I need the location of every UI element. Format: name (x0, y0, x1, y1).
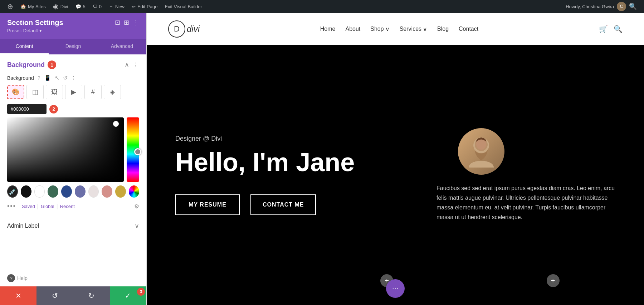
hero-content: Designer @ Divi Hello, I'm Jane MY RESUM… (175, 135, 436, 215)
tab-design[interactable]: Design (49, 39, 97, 54)
color-badge-2: 2 (49, 105, 58, 113)
background-responsive-btn[interactable]: 📱 (44, 74, 51, 81)
nav-services[interactable]: Services ∨ (400, 26, 427, 33)
contact-button[interactable]: CONTACT ME (250, 194, 316, 215)
admin-label-header[interactable]: Admin Label ∨ (7, 222, 139, 230)
background-section-title: Background 1 (7, 60, 56, 69)
more-options-icon[interactable]: ⋮ (133, 19, 139, 26)
my-sites-item[interactable]: 🏠 My Sites (17, 0, 49, 13)
preview-area: D divi Home About Shop ∨ Services ∨ Blog… (147, 13, 644, 305)
new-item[interactable]: ＋ New (105, 0, 128, 13)
edit-page-label: Edit Page (137, 4, 157, 9)
tab-global[interactable]: Global (41, 204, 54, 209)
background-section-header: Background 1 ∧ ⋮ (7, 60, 139, 69)
bg-mask-btn[interactable]: ◈ (104, 85, 121, 99)
bg-pattern-btn[interactable]: # (84, 85, 102, 99)
resume-button[interactable]: MY RESUME (175, 194, 240, 215)
swatch-gold[interactable] (115, 185, 126, 198)
nav-about[interactable]: About (345, 26, 360, 32)
plus-icon: ＋ (109, 3, 113, 10)
background-badge: 1 (48, 60, 56, 69)
comments-count: 5 (83, 4, 86, 9)
background-title-text: Background (7, 61, 45, 69)
color-tab-settings-icon[interactable]: ⚙ (134, 203, 139, 210)
nav-links: Home About Shop ∨ Services ∨ Blog Contac… (320, 26, 478, 33)
background-label-row: Background ? 📱 ↖ ↺ ⋮ (7, 74, 139, 81)
hero-section: Designer @ Divi Hello, I'm Jane MY RESUM… (147, 45, 644, 305)
swatch-light[interactable] (88, 185, 99, 198)
howdy-label: Howdy, Christina Gwira (566, 4, 614, 9)
tab-content[interactable]: Content (0, 39, 49, 54)
background-pointer-btn[interactable]: ↖ (55, 74, 59, 81)
cart-icon[interactable]: 🛒 (599, 25, 608, 33)
logo-circle: D (168, 20, 185, 38)
redo-button[interactable]: ↻ (73, 286, 110, 305)
section-settings-sidebar: Section Settings Preset: Default ▾ ⊡ ⊞ ⋮… (0, 13, 147, 305)
color-hex-input[interactable]: #000000 (7, 104, 47, 114)
swatch-green[interactable] (48, 185, 58, 198)
collapse-section-btn[interactable]: ∧ (124, 60, 130, 69)
bg-image-btn[interactable]: 🖼 (46, 85, 63, 99)
bg-gradient-btn[interactable]: ◫ (26, 85, 44, 99)
minimize-icon[interactable]: ⊡ (115, 19, 120, 26)
swatch-black[interactable] (21, 185, 31, 198)
services-chevron-icon: ∨ (423, 26, 427, 33)
help-icon[interactable]: ? (7, 274, 15, 282)
main-area: Section Settings Preset: Default ▾ ⊡ ⊞ ⋮… (0, 13, 644, 305)
section-more-btn[interactable]: ⋮ (132, 61, 139, 69)
tab-advanced[interactable]: Advanced (98, 39, 146, 54)
swatch-white[interactable] (34, 185, 45, 198)
swatch-rose[interactable] (102, 185, 112, 198)
edit-page-item[interactable]: ✏ Edit Page (128, 0, 161, 13)
swatch-rainbow[interactable] (129, 185, 139, 198)
swatch-blue[interactable] (61, 185, 72, 198)
nav-contact[interactable]: Contact (459, 26, 478, 32)
bg-video-btn[interactable]: ▶ (65, 85, 82, 99)
search-icon[interactable]: 🔍 (614, 25, 623, 33)
eyedropper-swatch[interactable]: 💉 (7, 185, 18, 198)
help-row: ? Help (0, 270, 146, 286)
swatch-lavender[interactable] (75, 185, 86, 198)
background-overflow-btn[interactable]: ⋮ (71, 75, 76, 81)
nav-blog[interactable]: Blog (437, 26, 449, 32)
tab-recent[interactable]: Recent (60, 204, 75, 209)
color-picker-container (7, 117, 139, 185)
house-icon: 🏠 (20, 4, 26, 9)
search-admin-icon[interactable]: 🔍 (629, 3, 637, 10)
color-picker-handle[interactable] (113, 121, 119, 127)
background-type-icons: 🎨 ◫ 🖼 ▶ # ◈ (7, 85, 139, 99)
hero-description: Faucibus sed sed erat ipsum purus egesta… (436, 183, 615, 222)
sidebar-footer: ✕ ↺ ↻ ✓ 3 (0, 286, 146, 305)
user-info: Howdy, Christina Gwira C 🔍 (562, 2, 640, 11)
more-dots[interactable]: ••• (7, 203, 16, 210)
preset-label[interactable]: Preset: Default ▾ (7, 28, 63, 33)
add-row-btn-2[interactable]: + (547, 274, 560, 287)
cancel-button[interactable]: ✕ (0, 286, 36, 305)
nav-shop[interactable]: Shop ∨ (370, 26, 389, 33)
chat-icon: 🗨 (93, 4, 97, 9)
divi-label: Divi (60, 4, 68, 9)
chat-count: 0 (99, 4, 102, 9)
site-navigation: D divi Home About Shop ∨ Services ∨ Blog… (147, 13, 644, 45)
sidebar-header: Section Settings Preset: Default ▾ ⊡ ⊞ ⋮ (0, 13, 146, 39)
exit-builder-item[interactable]: Exit Visual Builder (161, 0, 206, 13)
chat-item[interactable]: 🗨 0 (89, 0, 105, 13)
help-label: Help (17, 275, 28, 281)
user-avatar: C (617, 2, 626, 11)
comments-item[interactable]: 💬 5 (72, 0, 89, 13)
background-reset-btn[interactable]: ↺ (63, 74, 68, 81)
tab-saved[interactable]: Saved (22, 204, 35, 209)
wp-logo-item[interactable]: ⊕ (4, 0, 17, 13)
background-help-btn[interactable]: ? (38, 75, 40, 81)
wp-icon: ⊕ (7, 2, 13, 11)
color-picker-gradient[interactable] (7, 117, 124, 182)
columns-icon[interactable]: ⊞ (124, 19, 129, 26)
floating-action-btn[interactable]: ··· (386, 279, 405, 298)
divi-item[interactable]: ◉ Divi (49, 0, 72, 13)
exit-builder-label: Exit Visual Builder (165, 4, 202, 9)
undo-button[interactable]: ↺ (36, 286, 73, 305)
save-button[interactable]: ✓ 3 (110, 286, 146, 305)
nav-home[interactable]: Home (320, 26, 336, 32)
admin-label-title: Admin Label (7, 223, 39, 229)
bg-color-btn[interactable]: 🎨 (7, 85, 24, 99)
